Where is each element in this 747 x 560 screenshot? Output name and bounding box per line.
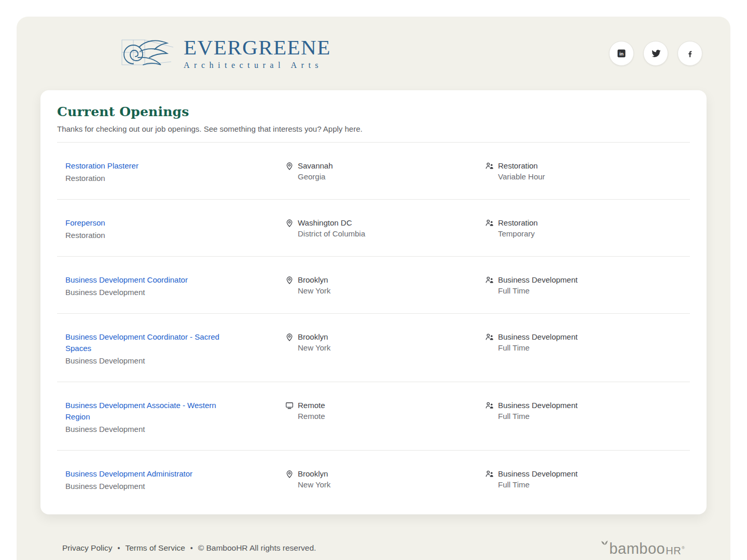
job-category: Restoration bbox=[498, 160, 545, 171]
job-title-link[interactable]: Business Development Coordinator - Sacre… bbox=[65, 331, 239, 354]
job-category: Business Development bbox=[498, 400, 577, 411]
job-location: Brooklyn bbox=[298, 468, 330, 479]
facebook-button[interactable] bbox=[677, 41, 702, 66]
twitter-button[interactable] bbox=[643, 41, 668, 66]
job-employment-type: Full Time bbox=[498, 342, 577, 353]
page-subtitle: Thanks for checking out our job openings… bbox=[57, 124, 690, 134]
bamboohr-hr: HR bbox=[666, 545, 681, 556]
bamboohr-leaf-icon bbox=[601, 539, 609, 548]
job-location-region: New York bbox=[298, 285, 330, 296]
job-title-link[interactable]: Business Development Associate - Western… bbox=[65, 400, 239, 423]
job-location-region: District of Columbia bbox=[298, 228, 365, 239]
job-category: Restoration bbox=[498, 217, 538, 228]
linkedin-button[interactable]: in bbox=[609, 41, 634, 66]
bamboohr-registered-mark: ® bbox=[682, 546, 685, 550]
job-row: Restoration Plasterer Restoration Savann… bbox=[57, 142, 690, 199]
page-title: Current Openings bbox=[57, 105, 690, 119]
job-location-region: New York bbox=[298, 342, 330, 353]
job-row: Business Development Coordinator - Sacre… bbox=[57, 313, 690, 382]
map-pin-icon bbox=[285, 161, 294, 171]
map-pin-icon bbox=[285, 469, 294, 479]
job-employment-type: Full Time bbox=[498, 411, 577, 422]
privacy-policy-link[interactable]: Privacy Policy bbox=[62, 543, 112, 553]
terms-of-service-link[interactable]: Terms of Service bbox=[125, 543, 185, 553]
people-icon bbox=[485, 218, 494, 228]
footer-separator: • bbox=[117, 544, 120, 552]
job-list: Restoration Plasterer Restoration Savann… bbox=[57, 142, 690, 507]
job-employment-type: Full Time bbox=[498, 479, 577, 490]
job-title-link[interactable]: Restoration Plasterer bbox=[65, 160, 139, 172]
linkedin-icon: in bbox=[617, 49, 626, 58]
map-pin-icon bbox=[285, 275, 294, 285]
people-icon bbox=[485, 401, 494, 410]
job-department: Restoration bbox=[65, 173, 285, 184]
job-department: Business Development bbox=[65, 355, 285, 366]
job-location: Brooklyn bbox=[298, 331, 330, 342]
map-pin-icon bbox=[285, 332, 294, 342]
job-department: Business Development bbox=[65, 287, 285, 298]
job-location-region: Remote bbox=[298, 411, 325, 422]
footer: Privacy Policy • Terms of Service • © Ba… bbox=[17, 514, 730, 556]
job-row: Business Development Associate - Western… bbox=[57, 382, 690, 450]
job-row: Business Development Administrator Busin… bbox=[57, 450, 690, 507]
job-title-link[interactable]: Business Development Administrator bbox=[65, 468, 192, 480]
social-links: in bbox=[609, 41, 702, 66]
job-employment-type: Temporary bbox=[498, 228, 538, 239]
job-department: Business Development bbox=[65, 424, 285, 435]
logo-company-name: EVERGREENE bbox=[184, 37, 331, 58]
job-title-link[interactable]: Foreperson bbox=[65, 217, 105, 229]
job-department: Business Development bbox=[65, 481, 285, 492]
job-category: Business Development bbox=[498, 274, 577, 285]
job-row: Business Development Coordinator Busines… bbox=[57, 256, 690, 313]
job-location: Brooklyn bbox=[298, 274, 330, 285]
job-category: Business Development bbox=[498, 468, 577, 479]
job-category: Business Development bbox=[498, 331, 577, 342]
company-logo: EVERGREENE Architectural Arts bbox=[119, 35, 331, 72]
job-location: Remote bbox=[298, 400, 325, 411]
job-department: Restoration bbox=[65, 230, 285, 241]
footer-separator: • bbox=[190, 544, 193, 552]
twitter-icon bbox=[651, 49, 661, 59]
job-location-region: New York bbox=[298, 479, 330, 490]
job-location: Washington DC bbox=[298, 217, 365, 228]
copyright-text: © BambooHR All rights reserved. bbox=[198, 543, 316, 553]
bamboohr-logo: bambooHR® bbox=[602, 539, 685, 556]
openings-card: Current Openings Thanks for checking out… bbox=[40, 90, 707, 514]
svg-text:in: in bbox=[619, 51, 624, 57]
job-employment-type: Full Time bbox=[498, 285, 577, 296]
people-icon bbox=[485, 161, 494, 171]
logo-ornament-icon bbox=[119, 35, 175, 72]
bamboohr-wordmark: bamboo bbox=[609, 541, 665, 556]
people-icon bbox=[485, 469, 494, 479]
job-employment-type: Variable Hour bbox=[498, 171, 545, 182]
header: EVERGREENE Architectural Arts in bbox=[17, 17, 730, 73]
job-location-region: Georgia bbox=[298, 171, 333, 182]
people-icon bbox=[485, 275, 494, 285]
page-background: EVERGREENE Architectural Arts in bbox=[17, 17, 730, 560]
map-pin-icon bbox=[285, 218, 294, 228]
monitor-icon bbox=[285, 401, 294, 410]
people-icon bbox=[485, 332, 494, 342]
facebook-icon bbox=[685, 49, 695, 58]
job-row: Foreperson Restoration Washington DC Dis… bbox=[57, 199, 690, 256]
job-location: Savannah bbox=[298, 160, 333, 171]
logo-company-tagline: Architectural Arts bbox=[184, 61, 331, 70]
job-title-link[interactable]: Business Development Coordinator bbox=[65, 274, 188, 286]
